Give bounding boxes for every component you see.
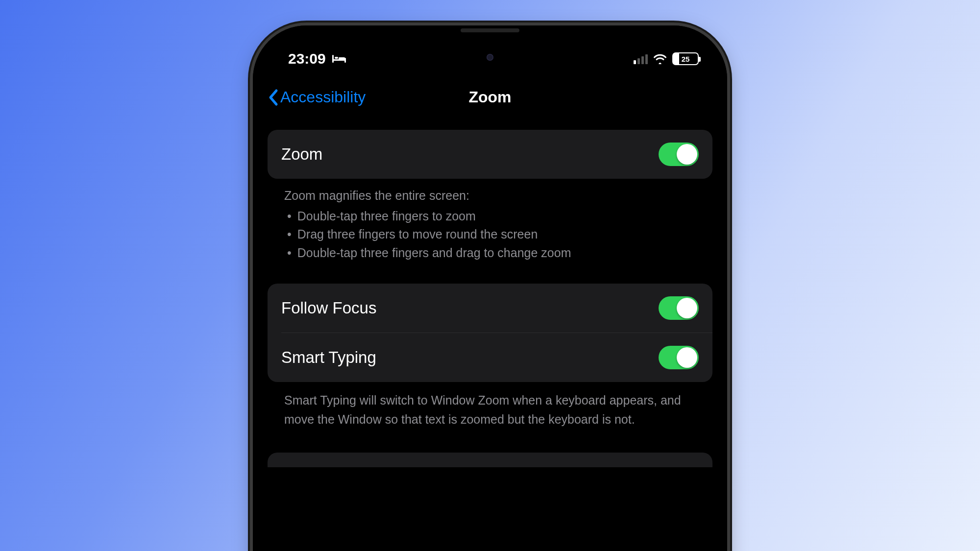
svg-rect-4 [339, 57, 345, 59]
zoom-description-heading: Zoom magnifies the entire screen: [284, 187, 699, 205]
back-button[interactable]: Accessibility [268, 88, 366, 106]
back-label: Accessibility [280, 88, 366, 106]
phone-frame: 23:09 [253, 25, 727, 551]
zoom-row: Zoom [268, 130, 712, 179]
smart-typing-label: Smart Typing [281, 348, 376, 367]
wifi-icon [653, 53, 667, 64]
nav-bar: Accessibility Zoom [253, 74, 727, 118]
svg-rect-1 [332, 55, 334, 63]
zoom-label: Zoom [281, 145, 322, 164]
toggle-knob [677, 298, 697, 318]
battery-percent: 25 [682, 55, 690, 63]
page-title: Zoom [468, 88, 511, 106]
zoom-bullet-2: Drag three fingers to move round the scr… [284, 225, 699, 244]
smart-typing-toggle[interactable] [659, 346, 699, 369]
screen: 23:09 [253, 25, 727, 551]
svg-rect-3 [335, 57, 338, 59]
status-right: 25 [634, 52, 699, 65]
zoom-bullet-1: Double-tap three fingers to zoom [284, 207, 699, 226]
svg-rect-0 [332, 59, 346, 61]
front-camera [487, 54, 493, 61]
follow-focus-row: Follow Focus [268, 284, 712, 333]
smart-typing-row: Smart Typing [268, 333, 712, 382]
next-group-peek [268, 453, 712, 467]
status-time: 23:09 [288, 50, 326, 67]
focus-typing-group: Follow Focus Smart Typing [268, 284, 712, 382]
toggle-knob [677, 347, 697, 368]
sleep-focus-icon [332, 53, 346, 64]
zoom-toggle-group: Zoom [268, 130, 712, 179]
status-left: 23:09 [288, 50, 346, 67]
toggle-knob [677, 144, 697, 165]
zoom-bullet-3: Double-tap three fingers and drag to cha… [284, 244, 699, 263]
zoom-description-list: Double-tap three fingers to zoom Drag th… [284, 207, 699, 263]
zoom-description: Zoom magnifies the entire screen: Double… [268, 179, 712, 279]
follow-focus-label: Follow Focus [281, 299, 376, 317]
content-area: Zoom Zoom magnifies the entire screen: D… [253, 118, 727, 467]
cellular-signal-icon [634, 53, 648, 64]
zoom-toggle[interactable] [659, 143, 699, 166]
follow-focus-toggle[interactable] [659, 296, 699, 320]
chevron-left-icon [268, 89, 279, 106]
smart-typing-description: Smart Typing will switch to Window Zoom … [268, 382, 712, 444]
battery-indicator: 25 [672, 52, 699, 65]
speaker-slit [461, 28, 519, 32]
